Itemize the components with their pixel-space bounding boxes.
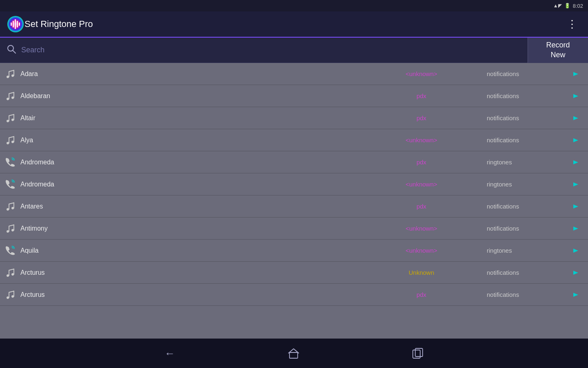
phone-icon: [0, 151, 20, 173]
list-item[interactable]: Aquila<unknown>ringtones: [0, 240, 588, 262]
item-name: Andromeda: [20, 159, 356, 166]
item-name: Arcturus: [20, 291, 356, 298]
item-name: Aquila: [20, 247, 356, 254]
list-item[interactable]: Adara<unknown>notifications: [0, 63, 588, 85]
svg-rect-19: [290, 352, 298, 358]
svg-rect-20: [413, 350, 420, 358]
svg-rect-4: [17, 21, 18, 27]
back-button[interactable]: ←: [161, 344, 178, 363]
time-display: 8:02: [573, 3, 583, 9]
item-source: <unknown>: [356, 70, 487, 77]
phone-icon: [0, 240, 20, 262]
item-name: Antimony: [20, 225, 356, 232]
svg-rect-5: [19, 22, 20, 26]
svg-marker-14: [573, 204, 578, 209]
item-expand-arrow[interactable]: [568, 136, 583, 144]
item-source: pdx: [356, 203, 487, 210]
item-expand-arrow[interactable]: [568, 224, 583, 233]
item-category: notifications: [487, 70, 568, 77]
item-category: notifications: [487, 269, 568, 276]
svg-line-7: [13, 50, 16, 53]
ringtone-list: Adara<unknown>notifications Aldebaranpdx…: [0, 63, 588, 339]
svg-rect-1: [11, 22, 12, 26]
item-category: ringtones: [487, 159, 568, 166]
item-source: pdx: [356, 114, 487, 121]
list-item[interactable]: Andromeda<unknown>ringtones: [0, 173, 588, 195]
list-item[interactable]: Antarespdxnotifications: [0, 195, 588, 218]
item-expand-arrow[interactable]: [568, 158, 583, 166]
item-name: Aldebaran: [20, 92, 356, 100]
item-category: notifications: [487, 225, 568, 232]
list-item[interactable]: Alya<unknown>notifications: [0, 129, 588, 151]
item-category: ringtones: [487, 181, 568, 188]
svg-rect-21: [415, 348, 423, 357]
list-item[interactable]: Altairpdxnotifications: [0, 107, 588, 129]
item-expand-arrow[interactable]: [568, 202, 583, 211]
record-new-button[interactable]: Record New: [528, 38, 588, 63]
item-name: Alya: [20, 137, 356, 144]
battery-icon: 🔋: [564, 3, 570, 9]
item-source: pdx: [356, 291, 487, 298]
item-category: ringtones: [487, 247, 568, 254]
music-icon: [0, 262, 20, 284]
list-item[interactable]: Arcturuspdxnotifications: [0, 284, 588, 306]
app-title: Set Ringtone Pro: [24, 19, 564, 29]
item-expand-arrow[interactable]: [568, 269, 583, 277]
search-input[interactable]: [21, 41, 521, 59]
item-category: notifications: [487, 114, 568, 121]
list-item[interactable]: Antimony<unknown>notifications: [0, 218, 588, 240]
music-icon: [0, 129, 20, 151]
item-source: <unknown>: [356, 247, 487, 254]
item-name: Adara: [20, 70, 356, 78]
item-source: <unknown>: [356, 181, 487, 188]
search-section: [0, 41, 528, 59]
item-expand-arrow[interactable]: [568, 180, 583, 188]
item-expand-arrow[interactable]: [568, 114, 583, 122]
svg-marker-10: [573, 116, 578, 120]
list-item[interactable]: ArcturusUnknownnotifications: [0, 262, 588, 284]
music-icon: [0, 107, 20, 129]
item-category: notifications: [487, 203, 568, 210]
svg-marker-17: [573, 271, 578, 275]
search-bar: Record New: [0, 38, 588, 63]
item-source: pdx: [356, 92, 487, 99]
music-icon: [0, 195, 20, 218]
music-icon: [0, 218, 20, 240]
svg-marker-16: [573, 249, 578, 253]
title-bar: Set Ringtone Pro ⋮: [0, 11, 588, 38]
svg-marker-9: [573, 94, 578, 98]
item-source: <unknown>: [356, 137, 487, 144]
list-item[interactable]: Andromedapdxringtones: [0, 151, 588, 173]
home-button[interactable]: [285, 344, 303, 362]
item-name: Antares: [20, 203, 356, 210]
svg-rect-3: [15, 19, 16, 29]
item-name: Altair: [20, 114, 356, 122]
item-source: Unknown: [356, 269, 487, 276]
music-icon: [0, 284, 20, 306]
item-category: notifications: [487, 291, 568, 298]
item-name: Andromeda: [20, 181, 356, 188]
recents-button[interactable]: [409, 344, 427, 362]
item-expand-arrow[interactable]: [568, 92, 583, 100]
svg-marker-13: [573, 182, 578, 186]
list-item[interactable]: Aldebaranpdxnotifications: [0, 85, 588, 107]
signal-icon: ▲◤: [553, 3, 562, 9]
item-expand-arrow[interactable]: [568, 247, 583, 255]
svg-marker-12: [573, 160, 578, 164]
item-name: Arcturus: [20, 269, 356, 276]
svg-marker-18: [573, 293, 578, 297]
svg-marker-11: [573, 138, 578, 142]
svg-marker-8: [573, 72, 578, 76]
music-icon: [0, 85, 20, 107]
bottom-nav: ←: [0, 339, 588, 368]
app-logo: [7, 15, 24, 33]
item-expand-arrow[interactable]: [568, 291, 583, 299]
item-category: notifications: [487, 137, 568, 144]
phone-icon: [0, 173, 20, 195]
music-icon: [0, 63, 20, 85]
overflow-menu-button[interactable]: ⋮: [564, 15, 581, 34]
svg-marker-15: [573, 227, 578, 231]
item-expand-arrow[interactable]: [568, 70, 583, 78]
item-source: <unknown>: [356, 225, 487, 232]
item-category: notifications: [487, 92, 568, 99]
